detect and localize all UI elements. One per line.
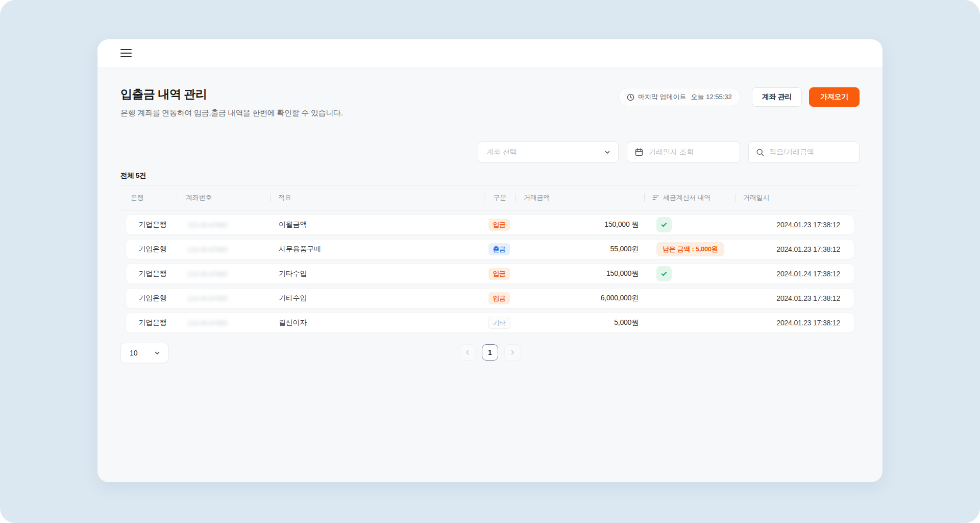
cell-type: 기타 — [483, 317, 515, 329]
hamburger-menu-icon[interactable] — [120, 49, 132, 57]
tax-check-badge[interactable] — [656, 217, 672, 232]
clock-icon — [627, 93, 634, 101]
type-badge: 입금 — [488, 219, 510, 231]
page-subtitle: 은행 계좌를 연동하여 입금,출금 내역을 한번에 확인할 수 있습니다. — [120, 108, 343, 118]
chevron-down-icon — [604, 149, 611, 156]
cell-amount: 55,000원 — [515, 245, 644, 254]
cell-type: 입금 — [483, 219, 515, 231]
header-actions: 마지막 업데이트 오늘 12:55:32 계좌 관리 가져오기 — [618, 87, 860, 107]
account-select-placeholder: 계좌 선택 — [486, 148, 604, 157]
pagination-row: 10 — [120, 343, 860, 363]
import-button[interactable]: 가져오기 — [809, 87, 860, 107]
col-amount: 거래금액 — [516, 185, 644, 210]
search-icon — [756, 148, 765, 157]
cell-account-number: 123-45-67890 — [179, 319, 271, 327]
account-number-blurred: 123-45-67890 — [187, 246, 228, 253]
cell-bank: 기업은행 — [126, 318, 179, 327]
page-background: 입출금 내역 관리 은행 계좌를 연동하여 입금,출금 내역을 한번에 확인할 … — [0, 0, 980, 523]
chevron-left-icon — [464, 349, 471, 355]
cell-bank: 기업은행 — [126, 269, 179, 278]
type-badge: 기타 — [488, 317, 510, 329]
calendar-icon — [634, 148, 644, 157]
table-row[interactable]: 기업은행 123-45-67890 이월금액 입금 150,000 원 — [126, 215, 854, 235]
cell-account-number: 123-45-67890 — [179, 221, 271, 229]
page-size-value: 10 — [130, 349, 138, 357]
last-update-pill: 마지막 업데이트 오늘 12:55:32 — [618, 88, 741, 106]
cell-tax-invoice: 남은 금액 : 5,000원 — [644, 242, 734, 256]
last-update-value: 오늘 12:55:32 — [691, 92, 732, 102]
cell-amount: 150,000 원 — [515, 220, 644, 229]
col-bank: 은행 — [120, 185, 178, 210]
cell-amount: 5,000원 — [515, 318, 644, 327]
main-content: 입출금 내역 관리 은행 계좌를 연동하여 입금,출금 내역을 한번에 확인할 … — [97, 67, 883, 482]
col-transaction-date: 거래일시 — [735, 185, 860, 210]
page-header: 입출금 내역 관리 은행 계좌를 연동하여 입금,출금 내역을 한번에 확인할 … — [120, 86, 860, 118]
col-account-number: 계좌번호 — [178, 185, 270, 210]
cell-description: 기타수입 — [271, 294, 483, 303]
account-number-blurred: 123-45-67890 — [187, 221, 228, 229]
last-update-label: 마지막 업데이트 — [638, 92, 687, 102]
cell-transaction-date: 2024.01.24 17:38:12 — [734, 270, 854, 278]
col-description: 적요 — [270, 185, 484, 210]
page-title: 입출금 내역 관리 — [120, 86, 343, 102]
check-icon — [660, 270, 668, 277]
current-page-number: 1 — [488, 348, 492, 356]
table-row[interactable]: 기업은행 123-45-67890 기타수입 입금 6,000,000원 — [126, 288, 854, 308]
cell-description: 사무용품구매 — [271, 245, 483, 254]
app-window: 입출금 내역 관리 은행 계좌를 연동하여 입금,출금 내역을 한번에 확인할 … — [97, 39, 883, 482]
account-number-blurred: 123-45-67890 — [187, 319, 228, 327]
cell-type: 입금 — [483, 292, 515, 304]
cell-transaction-date: 2024.01.23 17:38:12 — [734, 245, 854, 253]
type-badge: 입금 — [488, 268, 510, 280]
prev-page-button[interactable] — [459, 344, 476, 361]
cell-tax-invoice — [644, 217, 734, 232]
type-badge: 출금 — [488, 243, 510, 255]
total-count-label: 전체 5건 — [120, 171, 860, 180]
cell-transaction-date: 2024.01.23 17:38:12 — [734, 221, 854, 229]
cell-description: 기타수입 — [271, 269, 483, 278]
account-manage-button[interactable]: 계좌 관리 — [752, 87, 802, 107]
cell-description: 이월금액 — [271, 220, 483, 229]
date-range-input[interactable]: 거래일자 조회 — [627, 141, 740, 163]
account-select-dropdown[interactable]: 계좌 선택 — [478, 141, 619, 163]
cell-transaction-date: 2024.01.23 17:38:12 — [734, 294, 854, 302]
filter-lines-icon — [652, 195, 659, 201]
account-number-blurred: 123-45-67890 — [187, 295, 228, 302]
search-input[interactable]: 적요/거래금액 — [748, 141, 860, 163]
remaining-amount-badge[interactable]: 남은 금액 : 5,000원 — [656, 242, 724, 256]
cell-description: 결산이자 — [271, 318, 483, 327]
cell-account-number: 123-45-67890 — [179, 294, 271, 302]
title-block: 입출금 내역 관리 은행 계좌를 연동하여 입금,출금 내역을 한번에 확인할 … — [120, 86, 343, 118]
filter-bar: 계좌 선택 거래일자 조회 — [120, 141, 860, 163]
table-row[interactable]: 기업은행 123-45-67890 사무용품구매 출금 55,000원 — [126, 239, 854, 259]
table-body: 기업은행 123-45-67890 이월금액 입금 150,000 원 — [120, 215, 860, 333]
top-bar — [97, 39, 883, 67]
cell-tax-invoice — [644, 266, 734, 281]
cell-account-number: 123-45-67890 — [179, 270, 271, 278]
col-type: 구분 — [484, 185, 516, 210]
cell-bank: 기업은행 — [126, 245, 179, 254]
cell-amount: 6,000,000원 — [515, 294, 644, 303]
tax-check-badge[interactable] — [656, 266, 672, 281]
pager: 1 — [459, 344, 521, 361]
cell-transaction-date: 2024.01.23 17:38:12 — [734, 319, 854, 327]
chevron-down-icon — [154, 349, 161, 356]
cell-bank: 기업은행 — [126, 294, 179, 303]
chevron-right-icon — [509, 349, 516, 355]
search-placeholder: 적요/거래금액 — [769, 148, 852, 157]
table-row[interactable]: 기업은행 123-45-67890 기타수입 입금 150,000원 — [126, 264, 854, 284]
page-size-select[interactable]: 10 — [120, 343, 168, 363]
current-page-button[interactable]: 1 — [482, 344, 498, 361]
cell-bank: 기업은행 — [126, 220, 179, 229]
table-row[interactable]: 기업은행 123-45-67890 결산이자 기타 5,000원 — [126, 313, 854, 333]
table-header: 은행 계좌번호 적요 구분 거래금액 세금계산서 내역 거래일시 — [120, 185, 860, 210]
check-icon — [660, 221, 668, 228]
date-placeholder: 거래일자 조회 — [649, 148, 732, 157]
next-page-button[interactable] — [504, 344, 521, 361]
cell-amount: 150,000원 — [515, 269, 644, 278]
cell-type: 출금 — [483, 243, 515, 255]
col-tax-invoice: 세금계산서 내역 — [644, 185, 735, 210]
type-badge: 입금 — [488, 292, 510, 304]
account-number-blurred: 123-45-67890 — [187, 270, 228, 278]
cell-type: 입금 — [483, 268, 515, 280]
